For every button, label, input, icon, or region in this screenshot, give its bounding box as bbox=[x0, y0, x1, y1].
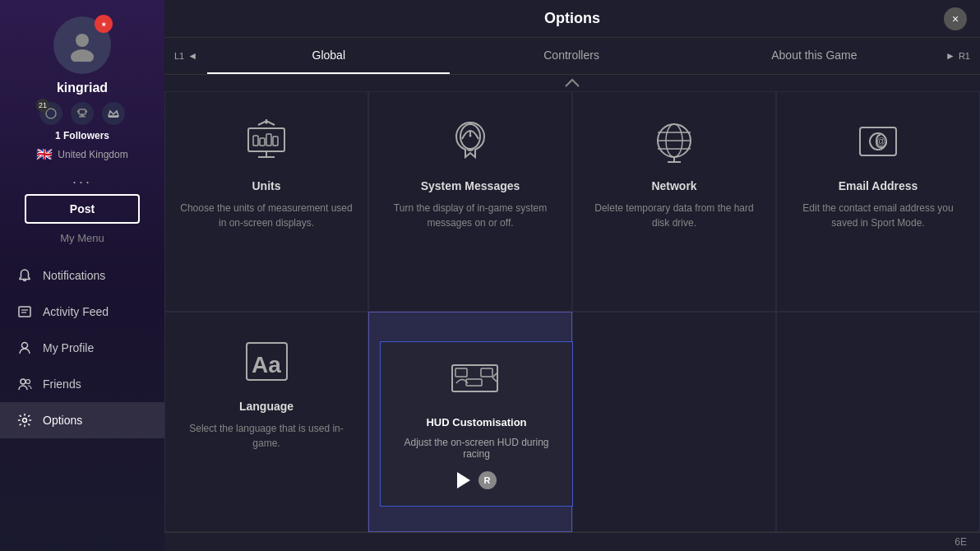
play-icon bbox=[457, 472, 470, 488]
tab-about-game[interactable]: About this Game bbox=[693, 38, 936, 74]
trophy-icon bbox=[76, 108, 88, 119]
svg-rect-6 bbox=[81, 114, 84, 116]
avatar-container: ★ bbox=[53, 16, 111, 74]
sidebar-item-activity-feed[interactable]: Activity Feed bbox=[0, 294, 164, 330]
svg-rect-23 bbox=[260, 138, 265, 146]
units-svg bbox=[242, 116, 291, 165]
country-row: 🇬🇧 United Kingdom bbox=[36, 146, 127, 162]
country-label: United Kingdom bbox=[58, 149, 127, 160]
system-messages-desc: Turn the display of in-game system messa… bbox=[382, 201, 558, 230]
followers-label: Followers bbox=[63, 130, 109, 141]
svg-point-1 bbox=[71, 49, 94, 62]
close-button[interactable]: × bbox=[944, 7, 967, 30]
svg-rect-9 bbox=[86, 110, 87, 113]
email-address-desc: Edit the contact email address you saved… bbox=[790, 201, 966, 230]
language-icon: Aa bbox=[238, 332, 295, 390]
sidebar-item-friends[interactable]: Friends bbox=[0, 366, 164, 402]
email-address-title: Email Address bbox=[839, 179, 918, 192]
svg-rect-22 bbox=[253, 136, 258, 146]
hud-popup-controls: R bbox=[457, 471, 497, 489]
svg-text:@: @ bbox=[876, 136, 885, 146]
svg-rect-11 bbox=[19, 307, 30, 317]
units-title: Units bbox=[252, 179, 281, 192]
r-badge: R bbox=[478, 471, 497, 489]
crown-icon bbox=[107, 107, 120, 120]
stats-row: 21 bbox=[39, 102, 125, 125]
system-messages-title: System Messages bbox=[421, 179, 520, 192]
svg-rect-46 bbox=[481, 368, 492, 377]
followers-count: 1 bbox=[55, 130, 61, 141]
svg-text:Aa: Aa bbox=[252, 352, 281, 377]
sidebar: ★ kingriad 21 1 bbox=[0, 0, 164, 551]
username: kingriad bbox=[57, 81, 108, 95]
badge-icon: ★ bbox=[99, 19, 109, 29]
svg-rect-24 bbox=[266, 134, 271, 146]
person-icon bbox=[16, 340, 33, 356]
system-messages-svg bbox=[446, 116, 495, 165]
svg-rect-10 bbox=[109, 116, 118, 118]
prev-arrow: ◄ bbox=[187, 50, 197, 62]
l1-label: L1 bbox=[174, 51, 184, 61]
gear-icon bbox=[16, 412, 33, 428]
bell-icon bbox=[16, 267, 33, 284]
svg-point-14 bbox=[22, 343, 28, 349]
hud-popup: HUD Customisation Adjust the on-screen H… bbox=[380, 341, 573, 507]
avatar-badge: ★ bbox=[95, 15, 113, 33]
post-button[interactable]: Post bbox=[25, 194, 140, 224]
svg-point-0 bbox=[76, 34, 89, 47]
dots: ... bbox=[72, 170, 92, 188]
tabs-bar: L1 ◄ Global Controllers About this Game … bbox=[164, 38, 980, 75]
card-network[interactable]: Network Delete temporary data from the h… bbox=[572, 91, 776, 312]
svg-rect-44 bbox=[452, 365, 497, 391]
level-badge: 21 bbox=[36, 99, 49, 112]
build-info: 6E bbox=[955, 536, 967, 548]
svg-text:★: ★ bbox=[101, 21, 107, 27]
scroll-up-icon bbox=[564, 78, 580, 88]
avatar-icon bbox=[66, 29, 99, 62]
hud-popup-desc: Adjust the on-screen HUD during racing bbox=[394, 437, 559, 460]
card-language[interactable]: Aa Language Select the language that is … bbox=[164, 312, 368, 532]
svg-point-16 bbox=[26, 380, 30, 384]
email-icon: @ bbox=[849, 112, 907, 169]
friends-label: Friends bbox=[43, 377, 81, 391]
svg-rect-7 bbox=[79, 116, 86, 118]
network-title: Network bbox=[651, 179, 696, 192]
svg-point-17 bbox=[23, 419, 27, 423]
card-email-address[interactable]: @ Email Address Edit the contact email a… bbox=[776, 91, 980, 312]
notifications-label: Notifications bbox=[43, 269, 105, 282]
sidebar-item-my-profile[interactable]: My Profile bbox=[0, 330, 164, 366]
tab-next-button[interactable]: ► R1 bbox=[936, 38, 980, 74]
svg-rect-47 bbox=[466, 379, 482, 386]
svg-point-15 bbox=[21, 379, 25, 384]
scroll-up-indicator bbox=[164, 75, 980, 91]
card-system-messages[interactable]: System Messages Turn the display of in-g… bbox=[368, 91, 572, 312]
friends-icon bbox=[16, 376, 33, 392]
activity-icon bbox=[16, 303, 33, 320]
tab-controllers[interactable]: Controllers bbox=[450, 38, 692, 74]
language-title: Language bbox=[239, 400, 294, 413]
svg-point-4 bbox=[46, 109, 56, 118]
svg-rect-5 bbox=[79, 109, 86, 114]
hud-popup-title: HUD Customisation bbox=[426, 416, 526, 428]
network-desc: Delete temporary data from the hard disk… bbox=[586, 201, 762, 230]
hud-popup-icon bbox=[448, 359, 506, 408]
my-menu-label[interactable]: My Menu bbox=[60, 232, 104, 244]
card-units[interactable]: Units Choose the units of measurement us… bbox=[164, 91, 368, 312]
next-arrow: ► bbox=[945, 50, 955, 62]
activity-feed-label: Activity Feed bbox=[43, 305, 109, 318]
svg-rect-25 bbox=[273, 137, 278, 146]
system-messages-icon bbox=[441, 112, 499, 169]
sidebar-item-notifications[interactable]: Notifications bbox=[0, 257, 164, 294]
r1-label: R1 bbox=[959, 51, 970, 61]
sidebar-item-options[interactable]: Options bbox=[0, 402, 164, 438]
units-icon bbox=[238, 112, 295, 169]
language-desc: Select the language that is used in-game… bbox=[178, 421, 354, 451]
svg-rect-45 bbox=[455, 368, 467, 377]
trophy-stat bbox=[71, 102, 94, 125]
svg-rect-8 bbox=[77, 110, 79, 113]
tab-global[interactable]: Global bbox=[207, 38, 450, 74]
level-stat: 21 bbox=[39, 102, 62, 125]
tab-prev-button[interactable]: L1 ◄ bbox=[164, 38, 207, 74]
options-label: Options bbox=[43, 414, 82, 427]
network-svg bbox=[649, 116, 699, 165]
